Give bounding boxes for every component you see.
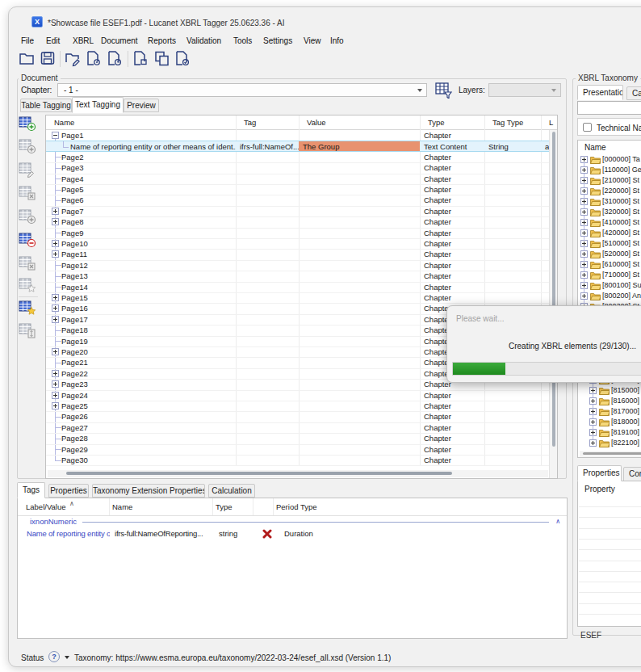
copy-document-icon[interactable] (153, 49, 172, 69)
expander-plus-icon[interactable] (580, 187, 588, 195)
taxonomy-tree-item[interactable]: [817000] No (578, 406, 641, 417)
tab-presentation[interactable]: Presentation (577, 85, 623, 100)
expander-minus-icon[interactable] (52, 132, 59, 139)
tag-label-link[interactable]: Name of reporting entity o... (27, 528, 110, 540)
menu-file[interactable]: File (21, 36, 34, 46)
taxonomy-tree-item[interactable]: [710000] St (578, 270, 641, 280)
taxonomy-tree-item[interactable]: [210000] St (578, 175, 641, 186)
table-row[interactable]: Page13Chapter (46, 271, 550, 281)
chapter-select[interactable]: - 1 - (57, 83, 427, 97)
expander-plus-icon[interactable] (52, 348, 59, 355)
table-row[interactable]: Page4Chapter (46, 174, 550, 184)
table-row[interactable]: Page2Chapter (46, 152, 550, 162)
status-dropdown-caret[interactable] (65, 656, 69, 659)
table-row[interactable]: Page29Chapter (46, 444, 550, 455)
help-icon[interactable]: ? (48, 651, 60, 662)
taxonomy-tree-item[interactable]: [815000] No (578, 385, 641, 396)
expander-plus-icon[interactable] (52, 316, 59, 323)
expander-plus-icon[interactable] (52, 402, 59, 410)
table-row[interactable]: Page28Chapter (46, 433, 550, 443)
taxonomy-horizontal-scrollbar[interactable] (580, 451, 641, 457)
tab-tags[interactable]: Tags (17, 482, 45, 498)
expander-plus-icon[interactable] (52, 208, 59, 215)
taxonomy-tree-item[interactable]: [800200] An (578, 291, 641, 301)
table-row[interactable]: Name of reporting entity or other means … (46, 141, 550, 151)
table-row[interactable]: Page25Chapter (46, 401, 550, 411)
layers-select[interactable] (488, 83, 561, 97)
expander-plus-icon[interactable] (52, 392, 59, 399)
menu-reports[interactable]: Reports (148, 36, 176, 46)
taxonomy-tree-item[interactable]: [822100] No (578, 438, 641, 448)
column-header-value[interactable]: Value (307, 116, 326, 130)
expander-plus-icon[interactable] (580, 282, 588, 289)
table-row[interactable]: Page11Chapter (46, 249, 550, 259)
esef-tab[interactable]: ESEF (580, 631, 601, 640)
taxonomy-tree-item[interactable]: [818000] No (578, 417, 641, 427)
table-row[interactable]: Page7Chapter (46, 206, 550, 216)
table-row[interactable]: Page9Chapter (46, 228, 550, 238)
taxonomy-tree-item[interactable]: [610000] St (578, 259, 641, 270)
column-header-type[interactable]: Type (216, 498, 233, 515)
taxonomy-tree-item[interactable]: [420000] St (578, 228, 641, 238)
taxonomy-tree-item[interactable]: [819100] No (578, 427, 641, 438)
table-row[interactable]: Page1Chapter (46, 130, 550, 141)
taxonomy-tree-item[interactable]: [410000] St (578, 217, 641, 228)
expander-plus-icon[interactable] (580, 177, 588, 184)
expander-plus-icon[interactable] (589, 397, 597, 405)
expander-plus-icon[interactable] (580, 156, 588, 163)
table-row[interactable]: Page26Chapter (46, 411, 550, 422)
expander-plus-icon[interactable] (52, 218, 59, 225)
table-row[interactable]: Page30Chapter (46, 455, 550, 465)
expander-plus-icon[interactable] (52, 370, 59, 377)
column-header-period-type[interactable]: Period Type (276, 498, 317, 515)
favorite-tag-button[interactable] (19, 300, 36, 316)
document-history-icon[interactable] (106, 49, 125, 69)
horizontal-scrollbar[interactable] (48, 470, 548, 477)
column-header-type[interactable]: Type (428, 116, 445, 130)
taxonomy-tree-item[interactable]: [816000] No (578, 396, 641, 406)
table-row[interactable]: Page27Chapter (46, 422, 550, 433)
tab-text-tagging[interactable]: Text Tagging (72, 97, 124, 113)
column-header-tag[interactable]: Tag (244, 116, 256, 130)
column-header-name[interactable]: Name (54, 116, 74, 130)
table-row[interactable]: Page6Chapter (46, 195, 550, 205)
expander-plus-icon[interactable] (52, 240, 59, 247)
expander-plus-icon[interactable] (52, 380, 59, 388)
expander-plus-icon[interactable] (580, 198, 588, 205)
expander-plus-icon[interactable] (580, 166, 588, 174)
table-row[interactable]: Page3Chapter (46, 162, 550, 173)
expander-plus-icon[interactable] (580, 219, 588, 226)
tab-taxonomy-extension-properties[interactable]: Taxonomy Extension Properties (92, 484, 205, 498)
table-row[interactable]: Page5Chapter (46, 184, 550, 195)
tab-table-tagging[interactable]: Table Tagging (20, 99, 72, 112)
menu-view[interactable]: View (304, 36, 321, 46)
tag-row[interactable]: Name of reporting entity o...ifrs-full:N… (18, 528, 567, 540)
taxonomy-tree-item[interactable]: [000000] Ta (578, 154, 641, 165)
tab-preview[interactable]: Preview (124, 99, 159, 112)
add-table-tag-button[interactable] (19, 116, 36, 132)
menu-xbrl[interactable]: XBRL (73, 36, 94, 46)
expander-plus-icon[interactable] (589, 439, 597, 447)
expander-plus-icon[interactable] (589, 387, 597, 394)
taxonomy-search-input[interactable] (577, 101, 641, 115)
expander-plus-icon[interactable] (580, 250, 588, 258)
column-header-label-value[interactable]: Label/Value (26, 498, 65, 515)
menu-info[interactable]: Info (330, 36, 344, 46)
expander-plus-icon[interactable] (52, 304, 59, 312)
collapse-icon[interactable]: ∧ (555, 516, 560, 527)
table-row[interactable]: Page14Chapter (46, 282, 550, 292)
expander-plus-icon[interactable] (52, 294, 59, 301)
tab-calculation[interactable]: Calculation (208, 484, 255, 498)
taxonomy-tree-item[interactable]: [520000] St (578, 249, 641, 259)
tab-calculation[interactable]: Calculation (626, 86, 641, 100)
taxonomy-tree-item[interactable]: [320000] St (578, 207, 641, 217)
expander-plus-icon[interactable] (589, 408, 597, 415)
tab-concept[interactable]: Concept (623, 467, 641, 481)
folder-edit-icon[interactable] (64, 49, 83, 69)
technical-names-checkbox[interactable] (583, 123, 592, 132)
expander-plus-icon[interactable] (580, 229, 588, 237)
table-row[interactable]: Page8Chapter (46, 216, 550, 227)
tab-properties[interactable]: Properties (48, 484, 89, 498)
menu-tools[interactable]: Tools (233, 36, 252, 46)
column-header-name[interactable]: Name (112, 498, 132, 515)
